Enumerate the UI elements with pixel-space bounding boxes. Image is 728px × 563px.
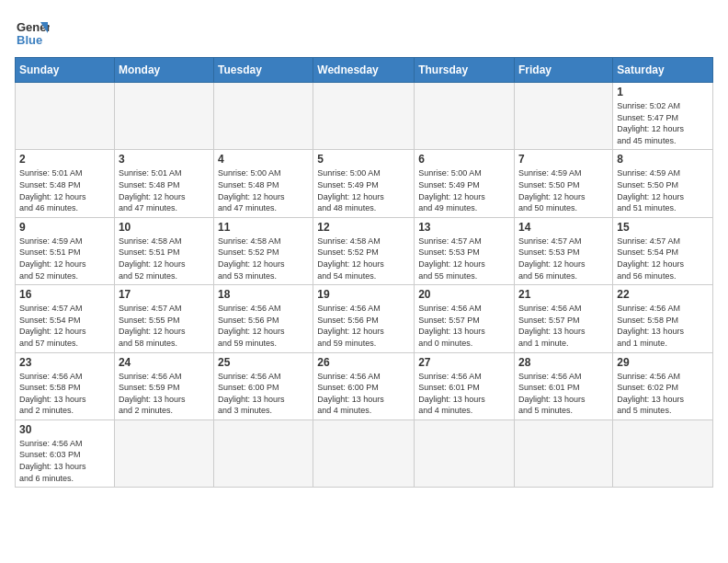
day-cell [515, 419, 613, 487]
day-cell: 14Sunrise: 4:57 AM Sunset: 5:53 PM Dayli… [515, 217, 613, 284]
day-cell: 29Sunrise: 4:56 AM Sunset: 6:02 PM Dayli… [613, 352, 713, 419]
header: General Blue [15, 15, 713, 50]
day-header-tuesday: Tuesday [214, 58, 313, 83]
day-info: Sunrise: 5:02 AM Sunset: 5:47 PM Dayligh… [617, 100, 709, 146]
day-cell [415, 419, 515, 487]
day-cell: 15Sunrise: 4:57 AM Sunset: 5:54 PM Dayli… [613, 217, 713, 284]
day-cell: 3Sunrise: 5:01 AM Sunset: 5:48 PM Daylig… [114, 150, 213, 217]
day-header-friday: Friday [515, 58, 613, 83]
day-number: 2 [19, 153, 110, 166]
day-cell: 1Sunrise: 5:02 AM Sunset: 5:47 PM Daylig… [613, 83, 713, 150]
day-info: Sunrise: 4:56 AM Sunset: 5:58 PM Dayligh… [19, 371, 110, 417]
day-cell: 4Sunrise: 5:00 AM Sunset: 5:48 PM Daylig… [214, 150, 313, 217]
day-info: Sunrise: 4:56 AM Sunset: 5:58 PM Dayligh… [617, 303, 709, 349]
week-row-3: 16Sunrise: 4:57 AM Sunset: 5:54 PM Dayli… [16, 285, 713, 352]
day-info: Sunrise: 5:01 AM Sunset: 5:48 PM Dayligh… [119, 167, 210, 213]
day-info: Sunrise: 4:57 AM Sunset: 5:53 PM Dayligh… [418, 236, 510, 282]
day-info: Sunrise: 5:00 AM Sunset: 5:48 PM Dayligh… [218, 167, 309, 213]
day-cell [613, 419, 713, 487]
day-cell [16, 83, 115, 150]
logo-icon: General Blue [15, 15, 50, 50]
day-number: 12 [317, 221, 410, 234]
day-cell: 19Sunrise: 4:56 AM Sunset: 5:56 PM Dayli… [313, 285, 415, 352]
day-number: 15 [617, 221, 709, 234]
day-cell: 24Sunrise: 4:56 AM Sunset: 5:59 PM Dayli… [114, 352, 213, 419]
day-number: 14 [518, 221, 609, 234]
day-number: 11 [218, 221, 309, 234]
day-number: 20 [418, 288, 510, 301]
day-number: 13 [418, 221, 510, 234]
day-cell: 22Sunrise: 4:56 AM Sunset: 5:58 PM Dayli… [613, 285, 713, 352]
day-info: Sunrise: 4:59 AM Sunset: 5:50 PM Dayligh… [617, 167, 709, 213]
day-header-saturday: Saturday [613, 58, 713, 83]
day-cell: 11Sunrise: 4:58 AM Sunset: 5:52 PM Dayli… [214, 217, 313, 284]
day-cell: 2Sunrise: 5:01 AM Sunset: 5:48 PM Daylig… [16, 150, 115, 217]
day-info: Sunrise: 4:57 AM Sunset: 5:53 PM Dayligh… [518, 236, 609, 282]
day-cell: 12Sunrise: 4:58 AM Sunset: 5:52 PM Dayli… [313, 217, 415, 284]
day-info: Sunrise: 4:57 AM Sunset: 5:55 PM Dayligh… [119, 303, 210, 349]
day-cell: 21Sunrise: 4:56 AM Sunset: 5:57 PM Dayli… [515, 285, 613, 352]
day-number: 24 [119, 356, 210, 369]
day-cell: 9Sunrise: 4:59 AM Sunset: 5:51 PM Daylig… [16, 217, 115, 284]
day-info: Sunrise: 4:56 AM Sunset: 5:59 PM Dayligh… [119, 371, 210, 417]
day-info: Sunrise: 4:56 AM Sunset: 5:57 PM Dayligh… [518, 303, 609, 349]
logo: General Blue [15, 15, 50, 50]
day-header-wednesday: Wednesday [313, 58, 415, 83]
day-info: Sunrise: 4:58 AM Sunset: 5:52 PM Dayligh… [218, 236, 309, 282]
day-cell [214, 419, 313, 487]
day-info: Sunrise: 4:59 AM Sunset: 5:51 PM Dayligh… [19, 236, 110, 282]
week-row-0: 1Sunrise: 5:02 AM Sunset: 5:47 PM Daylig… [16, 83, 713, 150]
day-cell: 5Sunrise: 5:00 AM Sunset: 5:49 PM Daylig… [313, 150, 415, 217]
day-info: Sunrise: 4:56 AM Sunset: 5:57 PM Dayligh… [418, 303, 510, 349]
day-info: Sunrise: 4:56 AM Sunset: 6:00 PM Dayligh… [317, 371, 410, 417]
day-cell [515, 83, 613, 150]
week-row-5: 30Sunrise: 4:56 AM Sunset: 6:03 PM Dayli… [16, 419, 713, 487]
day-info: Sunrise: 4:56 AM Sunset: 5:56 PM Dayligh… [317, 303, 410, 349]
day-cell [114, 419, 213, 487]
week-row-2: 9Sunrise: 4:59 AM Sunset: 5:51 PM Daylig… [16, 217, 713, 284]
day-info: Sunrise: 4:58 AM Sunset: 5:51 PM Dayligh… [119, 236, 210, 282]
day-info: Sunrise: 4:56 AM Sunset: 5:56 PM Dayligh… [218, 303, 309, 349]
day-cell: 26Sunrise: 4:56 AM Sunset: 6:00 PM Dayli… [313, 352, 415, 419]
day-cell [114, 83, 213, 150]
day-number: 25 [218, 356, 309, 369]
day-number: 19 [317, 288, 410, 301]
day-info: Sunrise: 5:01 AM Sunset: 5:48 PM Dayligh… [19, 167, 110, 213]
week-row-4: 23Sunrise: 4:56 AM Sunset: 5:58 PM Dayli… [16, 352, 713, 419]
day-info: Sunrise: 4:59 AM Sunset: 5:50 PM Dayligh… [518, 167, 609, 213]
day-number: 16 [19, 288, 110, 301]
day-cell [313, 419, 415, 487]
day-cell [214, 83, 313, 150]
day-cell: 23Sunrise: 4:56 AM Sunset: 5:58 PM Dayli… [16, 352, 115, 419]
day-number: 28 [518, 356, 609, 369]
day-cell: 13Sunrise: 4:57 AM Sunset: 5:53 PM Dayli… [415, 217, 515, 284]
day-header-monday: Monday [114, 58, 213, 83]
day-info: Sunrise: 4:56 AM Sunset: 6:01 PM Dayligh… [518, 371, 609, 417]
day-number: 10 [119, 221, 210, 234]
header-row: SundayMondayTuesdayWednesdayThursdayFrid… [16, 58, 713, 83]
day-info: Sunrise: 5:00 AM Sunset: 5:49 PM Dayligh… [317, 167, 410, 213]
day-cell: 16Sunrise: 4:57 AM Sunset: 5:54 PM Dayli… [16, 285, 115, 352]
day-cell [415, 83, 515, 150]
day-info: Sunrise: 5:00 AM Sunset: 5:49 PM Dayligh… [418, 167, 510, 213]
day-cell: 20Sunrise: 4:56 AM Sunset: 5:57 PM Dayli… [415, 285, 515, 352]
day-number: 23 [19, 356, 110, 369]
day-cell: 6Sunrise: 5:00 AM Sunset: 5:49 PM Daylig… [415, 150, 515, 217]
day-number: 21 [518, 288, 609, 301]
day-cell: 25Sunrise: 4:56 AM Sunset: 6:00 PM Dayli… [214, 352, 313, 419]
day-info: Sunrise: 4:56 AM Sunset: 6:01 PM Dayligh… [418, 371, 510, 417]
week-row-1: 2Sunrise: 5:01 AM Sunset: 5:48 PM Daylig… [16, 150, 713, 217]
day-info: Sunrise: 4:57 AM Sunset: 5:54 PM Dayligh… [19, 303, 110, 349]
day-info: Sunrise: 4:58 AM Sunset: 5:52 PM Dayligh… [317, 236, 410, 282]
day-header-sunday: Sunday [16, 58, 115, 83]
day-number: 9 [19, 221, 110, 234]
day-number: 18 [218, 288, 309, 301]
day-number: 8 [617, 153, 709, 166]
day-number: 29 [617, 356, 709, 369]
day-info: Sunrise: 4:56 AM Sunset: 6:02 PM Dayligh… [617, 371, 709, 417]
day-number: 5 [317, 153, 410, 166]
day-info: Sunrise: 4:57 AM Sunset: 5:54 PM Dayligh… [617, 236, 709, 282]
day-number: 4 [218, 153, 309, 166]
day-cell: 17Sunrise: 4:57 AM Sunset: 5:55 PM Dayli… [114, 285, 213, 352]
day-number: 17 [119, 288, 210, 301]
